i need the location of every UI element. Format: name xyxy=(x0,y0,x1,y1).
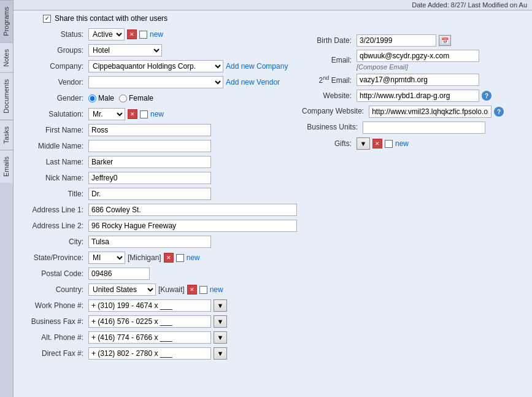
tab-notes[interactable]: Notes xyxy=(0,42,13,73)
email-label: Email: xyxy=(302,56,354,64)
work-phone-dropdown-btn[interactable]: ▼ xyxy=(214,299,227,312)
tab-tasks[interactable]: Tasks xyxy=(0,120,13,150)
state-row: State/Province: MI [Michigan] ✕ new xyxy=(18,251,297,264)
country-select[interactable]: United States xyxy=(88,283,156,296)
tab-programs[interactable]: Programs xyxy=(0,0,13,42)
gifts-row: Gifts: ▼ ✕ new xyxy=(302,137,527,150)
add-vendor-link[interactable]: Add new Vendor xyxy=(226,78,280,87)
website-input[interactable] xyxy=(357,90,479,102)
left-tab-bar: Programs Notes Documents Tasks Emails xyxy=(0,0,13,397)
groups-row: Groups: Hotel xyxy=(18,44,297,57)
tab-documents[interactable]: Documents xyxy=(0,72,13,120)
city-row: City: xyxy=(18,235,297,249)
gender-male-text: Male xyxy=(98,94,114,102)
gender-female-label[interactable]: Female xyxy=(119,94,153,102)
state-name: [Michigan] xyxy=(128,253,161,262)
birth-date-input[interactable] xyxy=(357,34,436,47)
gifts-dropdown-btn[interactable]: ▼ xyxy=(357,137,370,150)
gender-radio-group: Male Female xyxy=(88,94,153,102)
biz-fax-dropdown-btn[interactable]: ▼ xyxy=(214,315,227,328)
alt-phone-input[interactable] xyxy=(88,331,211,344)
nick-name-label: Nick Name: xyxy=(18,174,86,182)
email2-input[interactable] xyxy=(357,74,479,86)
website-help-icon[interactable]: ? xyxy=(482,91,492,101)
work-phone-input[interactable] xyxy=(88,299,211,312)
last-name-input[interactable] xyxy=(88,156,211,168)
last-name-label: Last Name: xyxy=(18,158,86,166)
salutation-label: Salutation: xyxy=(18,110,86,118)
state-select[interactable]: MI xyxy=(88,252,125,264)
status-delete-icon[interactable]: ✕ xyxy=(127,29,137,39)
gender-male-label[interactable]: Male xyxy=(88,94,114,102)
gender-row: Gender: Male Female xyxy=(18,91,297,105)
state-checkbox[interactable] xyxy=(176,254,184,262)
country-label: Country: xyxy=(18,285,86,294)
alt-phone-row: Alt. Phone #: ▼ xyxy=(18,331,297,344)
status-select[interactable]: Active xyxy=(88,28,125,40)
country-delete-icon[interactable]: ✕ xyxy=(187,285,197,295)
address1-row: Address Line 1: xyxy=(18,203,297,217)
vendor-label: Vendor: xyxy=(18,78,86,87)
work-phone-row: Work Phone #: ▼ xyxy=(18,299,297,312)
company-select[interactable]: Cippebaquantor Holdings Corp. xyxy=(88,60,223,72)
groups-select[interactable]: Hotel xyxy=(88,44,162,56)
gifts-checkbox[interactable] xyxy=(385,140,393,148)
middle-name-input[interactable] xyxy=(88,140,211,152)
birth-date-label: Birth Date: xyxy=(302,36,354,45)
salutation-select[interactable]: Mr. xyxy=(88,108,125,120)
salutation-row: Salutation: Mr. ✕ new xyxy=(18,107,297,121)
status-checkbox[interactable] xyxy=(139,31,147,39)
address1-input[interactable] xyxy=(88,204,297,216)
address2-input[interactable] xyxy=(88,220,297,232)
postal-input[interactable] xyxy=(88,268,150,280)
date-added-label: Date Added: 8/27/ xyxy=(412,1,466,9)
tab-emails[interactable]: Emails xyxy=(0,150,13,183)
alt-phone-dropdown-btn[interactable]: ▼ xyxy=(214,331,227,344)
country-new-link[interactable]: new xyxy=(210,285,223,294)
direct-fax-label: Direct Fax #: xyxy=(18,349,86,358)
salutation-delete-icon[interactable]: ✕ xyxy=(128,109,137,119)
company-website-input[interactable] xyxy=(369,106,492,118)
direct-fax-input[interactable] xyxy=(88,347,211,360)
country-row: Country: United States [Kuwait] ✕ new xyxy=(18,283,297,296)
biz-fax-input[interactable] xyxy=(88,315,211,328)
salutation-controls: Mr. ✕ new xyxy=(88,108,164,120)
company-website-label: Company Website: xyxy=(302,107,366,117)
gender-male-radio[interactable] xyxy=(88,94,96,102)
title-input[interactable] xyxy=(88,188,211,200)
first-name-input[interactable] xyxy=(88,124,211,136)
vendor-select[interactable] xyxy=(88,76,223,88)
form-left: ✓ Share this contact with other users St… xyxy=(18,14,297,393)
company-website-row: Company Website: ? xyxy=(302,105,527,118)
birth-date-row: Birth Date: 📅 xyxy=(302,34,527,47)
share-label: Share this contact with other users xyxy=(55,14,168,23)
middle-name-label: Middle Name: xyxy=(18,142,86,150)
business-units-input[interactable] xyxy=(363,121,485,134)
last-modified-label: Last Modified on Au xyxy=(468,1,527,9)
state-new-link[interactable]: new xyxy=(187,253,200,262)
vendor-row: Vendor: Add new Vendor xyxy=(18,75,297,89)
gifts-delete-icon[interactable]: ✕ xyxy=(372,139,382,148)
gender-female-radio[interactable] xyxy=(119,94,127,102)
city-label: City: xyxy=(18,237,86,246)
gifts-new-link[interactable]: new xyxy=(395,139,409,148)
direct-fax-row: Direct Fax #: ▼ xyxy=(18,347,297,360)
form-right: Birth Date: 📅 Email: [Compose Email] 2nd… xyxy=(302,14,527,393)
company-row: Company: Cippebaquantor Holdings Corp. A… xyxy=(18,60,297,73)
direct-fax-dropdown-btn[interactable]: ▼ xyxy=(214,347,227,360)
state-delete-icon[interactable]: ✕ xyxy=(164,253,174,263)
status-new-link[interactable]: new xyxy=(150,30,163,39)
city-input[interactable] xyxy=(88,236,211,248)
nick-name-row: Nick Name: xyxy=(18,171,297,185)
share-checkbox[interactable]: ✓ xyxy=(43,15,51,23)
website-label: Website: xyxy=(302,91,354,100)
salutation-new-link[interactable]: new xyxy=(150,110,164,118)
country-checkbox[interactable] xyxy=(199,286,207,294)
company-website-help-icon[interactable]: ? xyxy=(494,107,504,117)
salutation-checkbox[interactable] xyxy=(140,110,148,118)
compose-email-label: [Compose Email] xyxy=(357,63,479,71)
nick-name-input[interactable] xyxy=(88,172,211,184)
calendar-icon[interactable]: 📅 xyxy=(439,35,451,46)
add-company-link[interactable]: Add new Company xyxy=(226,62,288,71)
email-input[interactable] xyxy=(357,50,479,62)
